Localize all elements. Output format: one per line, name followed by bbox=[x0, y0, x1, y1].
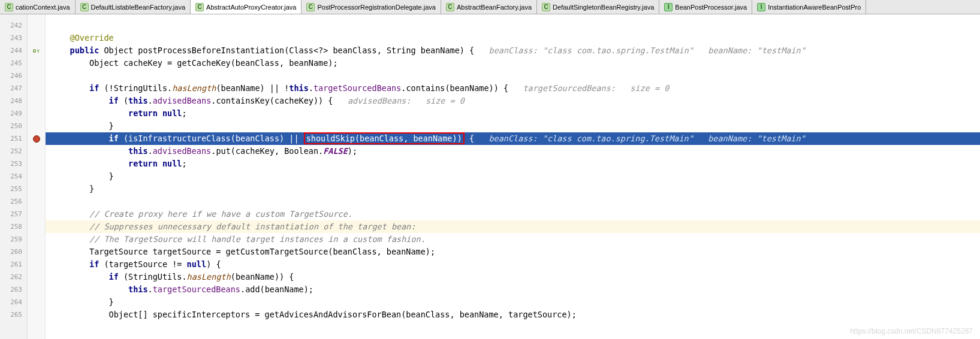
class-icon: C bbox=[195, 3, 204, 11]
code-line: Object cacheKey = getCacheKey(beanClass,… bbox=[46, 57, 980, 69]
class-icon: C bbox=[446, 3, 454, 11]
interface-icon: I bbox=[664, 3, 673, 11]
code-line: if (StringUtils.hasLength(beanName)) { bbox=[46, 271, 980, 283]
tab-abstract-bean-factory[interactable]: CAbstractBeanFactory.java bbox=[441, 0, 537, 14]
code-line: Object[] specificInterceptors = getAdvic… bbox=[46, 308, 980, 321]
code-line: return null; bbox=[46, 158, 980, 170]
tab-bean-post-processor[interactable]: IBeanPostProcessor.java bbox=[659, 0, 752, 14]
class-icon: C bbox=[306, 3, 315, 11]
code-line bbox=[46, 195, 980, 208]
tab-cation-context[interactable]: CcationContext.java bbox=[0, 0, 76, 14]
code-line: } bbox=[46, 170, 980, 183]
tab-post-processor-registration-delegate[interactable]: CPostProcessorRegistrationDelegate.java bbox=[301, 0, 441, 14]
highlighted-call: shouldSkip(beanClass, beanName)) bbox=[304, 132, 465, 144]
override-icon[interactable]: o↑ bbox=[32, 47, 40, 54]
code-line: } bbox=[46, 120, 980, 132]
code-line: public Object postProcessBeforeInstantia… bbox=[46, 44, 980, 57]
code-line: if (targetSource != null) { bbox=[46, 258, 980, 271]
code-line: } bbox=[46, 296, 980, 308]
code-line-selected: if (isInfrastructureClass(beanClass) || … bbox=[46, 132, 980, 145]
gutter-markers: o↑ bbox=[28, 14, 46, 339]
code-body[interactable]: @Override public Object postProcessBefor… bbox=[46, 14, 980, 339]
tab-instantiation-aware-bean-post-processor[interactable]: IInstantiationAwareBeanPostPro bbox=[752, 0, 866, 14]
class-icon: C bbox=[5, 3, 13, 11]
code-line: @Override bbox=[46, 32, 980, 44]
code-line: return null; bbox=[46, 107, 980, 120]
class-icon: C bbox=[80, 3, 89, 11]
code-editor[interactable]: 242243244245 246247248249 250251252253 2… bbox=[0, 14, 980, 339]
editor-tabs: CcationContext.java CDefaultListableBean… bbox=[0, 0, 980, 14]
tab-default-singleton-bean-registry[interactable]: CDefaultSingletonBeanRegistry.java bbox=[537, 0, 659, 14]
code-line: TargetSource targetSource = getCustomTar… bbox=[46, 246, 980, 258]
interface-icon: I bbox=[757, 3, 765, 11]
tab-abstract-auto-proxy-creator[interactable]: CAbstractAutoProxyCreator.java bbox=[191, 0, 301, 14]
code-line bbox=[46, 19, 980, 32]
class-icon: C bbox=[542, 3, 550, 11]
code-line: // Create proxy here if we have a custom… bbox=[46, 208, 980, 220]
code-line-highlight: // Suppresses unnecessary default instan… bbox=[46, 220, 980, 233]
tab-default-listable-bean-factory[interactable]: CDefaultListableBeanFactory.java bbox=[76, 0, 191, 14]
code-line: if (!StringUtils.hasLength(beanName) || … bbox=[46, 82, 980, 95]
code-line: if (this.advisedBeans.containsKey(cacheK… bbox=[46, 95, 980, 107]
line-number-gutter: 242243244245 246247248249 250251252253 2… bbox=[0, 14, 28, 339]
code-line bbox=[46, 69, 980, 82]
code-line: this.advisedBeans.put(cacheKey, Boolean.… bbox=[46, 145, 980, 158]
code-line: this.targetSourcedBeans.add(beanName); bbox=[46, 283, 980, 296]
code-line: // The TargetSource will handle target i… bbox=[46, 233, 980, 246]
code-line: } bbox=[46, 183, 980, 195]
breakpoint-icon[interactable] bbox=[33, 135, 40, 143]
